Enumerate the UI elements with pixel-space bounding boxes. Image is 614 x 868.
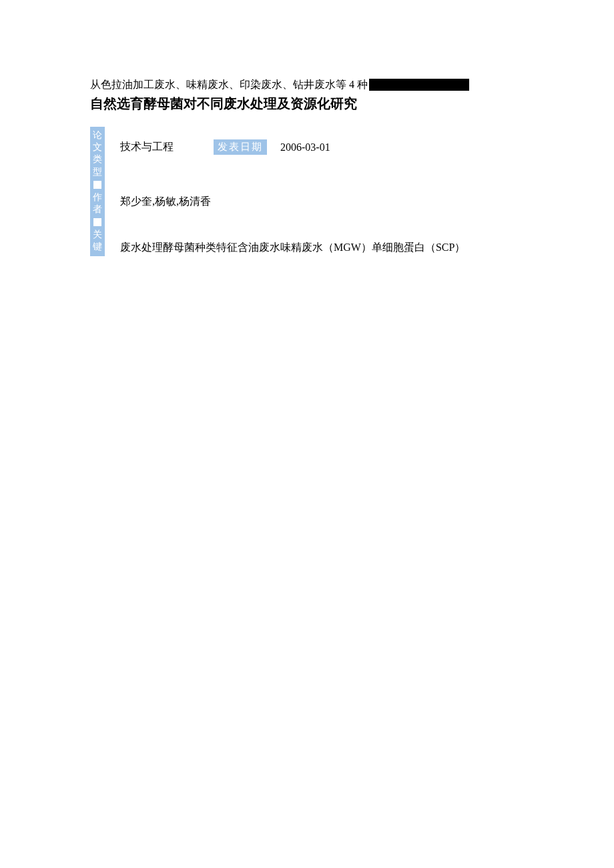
sidebar-char: 作 [93, 191, 102, 203]
paper-type-value: 技术与工程 [120, 140, 174, 154]
keywords-list: 废水处理酵母菌种类特征含油废水味精废水（MGW）单细胞蛋白（SCP） [120, 239, 527, 256]
document-title: 自然选育酵母菌对不同废水处理及资源化研究 [90, 94, 527, 113]
sidebar-char: 者 [93, 203, 102, 215]
authors-list: 郑少奎,杨敏,杨清香 [120, 195, 527, 209]
intro-text-content: 从色拉油加工废水、味精废水、印染废水、钻井废水等 4 种 [90, 77, 368, 93]
sidebar-section-type: 论 文 类 型 [91, 129, 103, 178]
publish-date-value: 2006-03-01 [280, 141, 330, 153]
redacted-block [369, 79, 469, 91]
sidebar-labels: 论 文 类 型 作 者 关 键 [90, 127, 105, 256]
sidebar-char: 键 [93, 241, 102, 253]
sidebar-separator-icon [93, 181, 101, 189]
sidebar-separator-icon [93, 218, 101, 226]
sidebar-char: 型 [93, 166, 102, 178]
content-area: 技术与工程 发表日期 2006-03-01 郑少奎,杨敏,杨清香 废水处理酵母菌… [120, 113, 527, 256]
sidebar-section-keyword: 关 键 [91, 229, 103, 253]
publish-date-label: 发表日期 [214, 139, 267, 155]
sidebar-section-author: 作 者 [91, 191, 103, 215]
sidebar-char: 类 [93, 153, 102, 165]
meta-row: 技术与工程 发表日期 2006-03-01 [120, 139, 527, 155]
sidebar-char: 论 [93, 129, 102, 141]
sidebar-char: 关 [93, 229, 102, 241]
intro-text: 从色拉油加工废水、味精废水、印染废水、钻井废水等 4 种 [90, 77, 527, 93]
sidebar-char: 文 [93, 141, 102, 153]
